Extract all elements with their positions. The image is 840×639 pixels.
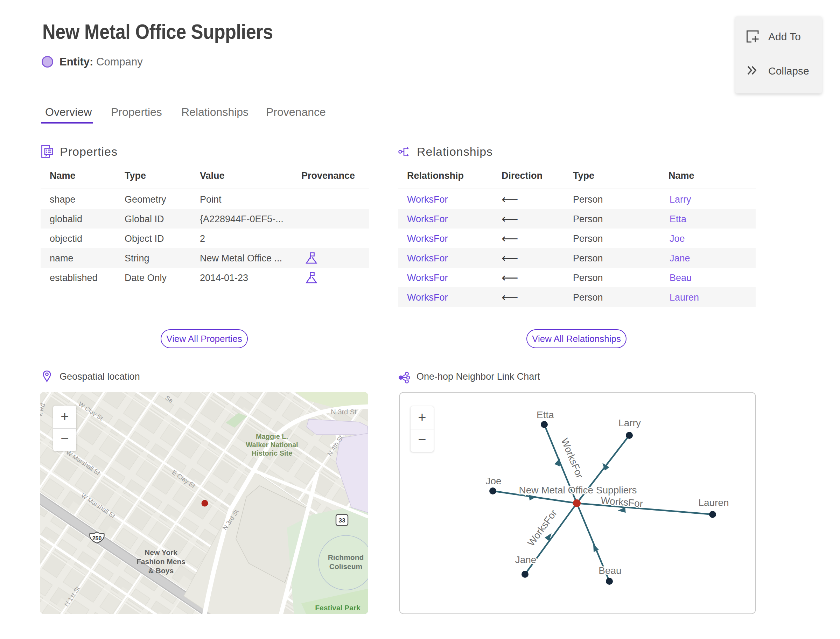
svg-text:Lauren: Lauren: [698, 497, 729, 508]
svg-text:Jane: Jane: [515, 554, 536, 565]
svg-text:New Metal Office Suppliers: New Metal Office Suppliers: [519, 485, 636, 496]
svg-text:& Boys: & Boys: [148, 567, 173, 575]
svg-text:Coliseum: Coliseum: [329, 563, 363, 571]
svg-text:Etta: Etta: [536, 409, 554, 420]
svg-text:Festival Park: Festival Park: [315, 604, 361, 612]
svg-text:Richmond: Richmond: [328, 553, 364, 561]
svg-text:Walker National: Walker National: [246, 441, 298, 448]
svg-text:WorksFor: WorksFor: [600, 495, 643, 509]
svg-text:WorksFor: WorksFor: [559, 437, 585, 480]
svg-text:Joe: Joe: [485, 475, 501, 486]
svg-text:Fashion Mens: Fashion Mens: [137, 558, 186, 566]
svg-text:33: 33: [339, 517, 345, 524]
svg-text:Beau: Beau: [598, 565, 621, 576]
svg-text:New York: New York: [145, 548, 177, 556]
svg-text:Larry: Larry: [619, 418, 641, 428]
svg-text:N 3rd St: N 3rd St: [331, 408, 356, 416]
svg-text:Historic Site: Historic Site: [251, 449, 293, 457]
svg-text:250: 250: [92, 536, 102, 541]
svg-text:WorksFor: WorksFor: [525, 507, 559, 548]
svg-text:Maggie L.: Maggie L.: [256, 432, 288, 440]
